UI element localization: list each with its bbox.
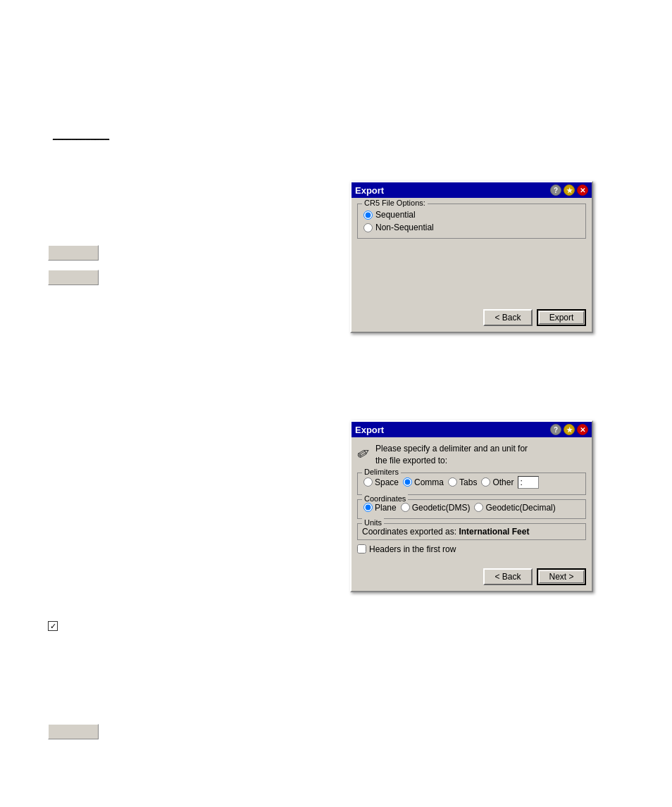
dialog2-titlebar: Export ? ★ ✕ — [351, 422, 592, 437]
comma-radio[interactable] — [403, 477, 412, 487]
back-button[interactable]: < Back — [483, 309, 533, 326]
units-text: Coordinates exported as: — [362, 527, 456, 537]
dialog1-footer: < Back Export — [351, 305, 592, 332]
export-dialog-2: Export ? ★ ✕ ✏ Please specify a delimite… — [350, 420, 593, 592]
cr5-group-label: CR5 File Options: — [362, 199, 428, 207]
tabs-label: Tabs — [459, 477, 477, 487]
geodetic-dms-label: Geodetic(DMS) — [412, 503, 471, 513]
dialog1-title: Export — [355, 185, 384, 196]
left-button-2[interactable] — [48, 270, 99, 285]
dialog2-titlebar-buttons: ? ★ ✕ — [550, 424, 588, 435]
nonsequential-label: Non-Sequential — [375, 223, 434, 232]
dialog2-body: ✏ Please specify a delimiter and an unit… — [351, 437, 592, 564]
dialog2-help-button[interactable]: ? — [550, 424, 561, 435]
other-option[interactable]: Other — [481, 477, 514, 487]
close-button[interactable]: ✕ — [577, 184, 588, 196]
space-option[interactable]: Space — [363, 477, 399, 487]
other-input[interactable] — [518, 476, 539, 489]
left-button-3[interactable] — [48, 724, 99, 739]
sequential-option[interactable]: Sequential — [363, 210, 580, 220]
sequential-radio[interactable] — [363, 211, 373, 220]
left-button-1[interactable] — [48, 245, 99, 261]
comma-option[interactable]: Comma — [403, 477, 444, 487]
geodetic-decimal-radio[interactable] — [474, 503, 483, 512]
info-line1: Please specify a delimiter and an unit f… — [375, 443, 528, 455]
export-button[interactable]: Export — [537, 309, 586, 326]
geodetic-dms-option[interactable]: Geodetic(DMS) — [401, 503, 471, 513]
dialog1-body: CR5 File Options: Sequential Non-Sequent… — [351, 198, 592, 305]
delimiter-options: Space Comma Tabs Other — [363, 476, 580, 489]
geodetic-dms-radio[interactable] — [401, 503, 410, 512]
dialog2-back-button[interactable]: < Back — [483, 568, 533, 585]
dialog2-title: Export — [355, 425, 384, 435]
dialog2-close-button[interactable]: ✕ — [577, 424, 588, 435]
tabs-option[interactable]: Tabs — [448, 477, 477, 487]
geodetic-decimal-option[interactable]: Geodetic(Decimal) — [474, 503, 555, 513]
checkbox-icon[interactable]: ✓ — [48, 621, 58, 631]
info-row: ✏ Please specify a delimiter and an unit… — [357, 443, 586, 467]
pencil-icon: ✏ — [354, 442, 374, 465]
plane-radio[interactable] — [363, 503, 373, 512]
coord-options: Plane Geodetic(DMS) Geodetic(Decimal) — [363, 503, 580, 513]
dialog1-spacer — [357, 243, 586, 299]
sequential-label: Sequential — [375, 210, 416, 220]
dialog1-titlebar: Export ? ★ ✕ — [351, 182, 592, 198]
info-line2: the file exported to: — [375, 455, 528, 467]
other-label: Other — [492, 477, 514, 487]
comma-label: Comma — [414, 477, 444, 487]
checkbox-area: ✓ — [48, 621, 58, 631]
help-button[interactable]: ? — [550, 184, 561, 196]
units-group: Units Coordinates exported as: Internati… — [357, 523, 586, 540]
dialog1-titlebar-buttons: ? ★ ✕ — [550, 184, 588, 196]
export-dialog-1: Export ? ★ ✕ CR5 File Options: Sequentia… — [350, 181, 593, 333]
cr5-file-options-group: CR5 File Options: Sequential Non-Sequent… — [357, 204, 586, 239]
plane-label: Plane — [375, 503, 397, 513]
units-value: International Feet — [459, 527, 529, 537]
other-radio[interactable] — [481, 477, 490, 487]
star-button[interactable]: ★ — [564, 184, 575, 196]
nonsequential-radio[interactable] — [363, 223, 373, 232]
plane-option[interactable]: Plane — [363, 503, 397, 513]
headers-label: Headers in the first row — [369, 544, 456, 554]
headers-checkbox[interactable] — [357, 544, 366, 553]
coordinates-group: Coordinates Plane Geodetic(DMS) Geodetic… — [357, 499, 586, 519]
tabs-radio[interactable] — [448, 477, 457, 487]
delimiters-label: Delimiters — [362, 468, 401, 476]
delimiters-group: Delimiters Space Comma Tabs Other — [357, 473, 586, 495]
geodetic-decimal-label: Geodetic(Decimal) — [485, 503, 555, 513]
dialog2-footer: < Back Next > — [351, 564, 592, 591]
units-label: Units — [362, 518, 384, 527]
info-text: Please specify a delimiter and an unit f… — [375, 443, 528, 467]
dialog2-star-button[interactable]: ★ — [564, 424, 575, 435]
next-button[interactable]: Next > — [537, 568, 586, 585]
headers-row[interactable]: Headers in the first row — [357, 544, 586, 554]
space-radio[interactable] — [363, 477, 373, 487]
left-link[interactable]: ____________ — [53, 130, 109, 140]
coordinates-label: Coordinates — [362, 494, 408, 503]
space-label: Space — [375, 477, 399, 487]
nonsequential-option[interactable]: Non-Sequential — [363, 223, 580, 232]
